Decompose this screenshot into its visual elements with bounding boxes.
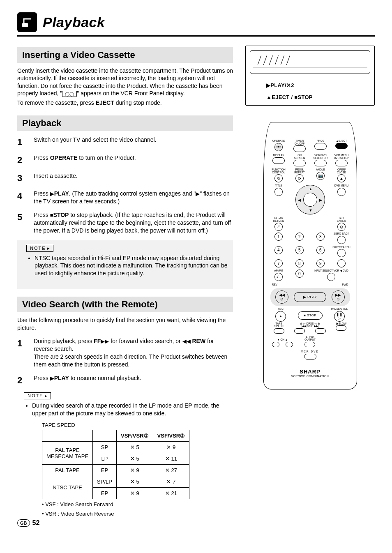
note-label: NOTE bbox=[26, 245, 53, 252]
legend-vsr: VSR : Video Search Reverse bbox=[42, 510, 233, 518]
clear-return-label: CLEAR RETURN bbox=[270, 217, 288, 222]
tape-speed-table: VSF/VSR① VSF/VSR② PAL TAPE MESECAM TAPE … bbox=[42, 430, 189, 499]
video-search-steps: 1 During playback, press FF▶▶ for forwar… bbox=[17, 337, 233, 386]
slow-button bbox=[336, 325, 346, 331]
table-header: VSF/VSR① bbox=[116, 430, 153, 442]
zero-back-button bbox=[337, 236, 346, 244]
remove-cassette-paragraph: To remove the cassette, press EJECT duri… bbox=[17, 99, 233, 106]
selector-label: VCR/DVD SELECTOR bbox=[311, 154, 330, 159]
dpad: ▲ ▼ ◀ ▶ bbox=[295, 185, 325, 214]
prog-button bbox=[314, 143, 327, 150]
rev-button: ◀◀⊙ bbox=[275, 290, 288, 304]
note-label: NOTE bbox=[24, 392, 51, 399]
zero-back-label: ZERO BACK bbox=[332, 233, 351, 235]
cassette-icon: ◯◯ bbox=[62, 91, 77, 97]
rev-label: REV bbox=[272, 283, 277, 286]
step-text: Insert a cassette. bbox=[34, 172, 233, 184]
onscreen-button bbox=[293, 160, 306, 166]
table-cell: LP bbox=[93, 453, 117, 465]
table-cell: PAL TAPE bbox=[42, 465, 93, 476]
dvdmenu-label: DVD MENU bbox=[332, 184, 351, 187]
table-cell: ✕ 5 bbox=[116, 476, 153, 488]
selector-button bbox=[314, 160, 327, 166]
pause-button: ❚❚ ▷ bbox=[334, 311, 345, 322]
step-text: Press ■STOP to stop playback. (If the ta… bbox=[34, 211, 233, 235]
remote-control-diagram: OPERATE••• TIMER ON/OFF PROG ▲EJECT DISP… bbox=[263, 122, 357, 389]
table-title: TAPE SPEED bbox=[42, 422, 233, 428]
title-button bbox=[274, 188, 283, 196]
fwd-label: FWD bbox=[342, 283, 348, 286]
onscreen-label: ON SCREEN bbox=[291, 154, 309, 159]
menu-setup-button bbox=[335, 160, 348, 166]
text: " appears on the VCR Front Panel display… bbox=[77, 90, 184, 97]
table-cell: ✕ 9 bbox=[116, 465, 153, 476]
region-badge: GB bbox=[17, 519, 30, 527]
up-arrow-icon: ▲ bbox=[309, 187, 313, 191]
table-cell: ✕ 9 bbox=[153, 442, 189, 453]
angle-label: ANGLE bbox=[311, 168, 330, 171]
inserting-cassette-paragraph: Gently insert the video cassette into th… bbox=[17, 67, 233, 97]
left-column: Inserting a Video Cassette Gently insert… bbox=[17, 46, 233, 518]
vcr-dvd-switch bbox=[304, 354, 316, 359]
rec-button: ● bbox=[275, 311, 286, 322]
page-number: 52 bbox=[32, 519, 40, 527]
set-enter-label: SET ENTER bbox=[332, 217, 351, 222]
digit-4-button: 4 bbox=[274, 246, 283, 254]
step-text: Press ▶PLAY. (The auto tracking control … bbox=[34, 190, 233, 205]
digit-1-button: 1 bbox=[274, 233, 283, 241]
step-number: 3 bbox=[17, 172, 30, 184]
title-label: TITLE bbox=[270, 184, 288, 187]
svg-point-2 bbox=[25, 24, 27, 25]
note-bullet: During video search of a tape recorded i… bbox=[32, 402, 231, 417]
section-video-search-title: Video Search (with the Remote) bbox=[17, 297, 233, 312]
playback-section-icon bbox=[17, 12, 37, 32]
table-cell: SP bbox=[93, 442, 117, 453]
timer-button bbox=[293, 145, 306, 152]
skip-search-label: SKIP SEARCH bbox=[332, 246, 351, 249]
table-header bbox=[93, 430, 117, 442]
stop-button: ■STOP bbox=[298, 311, 323, 320]
table-cell: ✕ 5 bbox=[116, 442, 153, 453]
func-label: FUNCTION CONTROL bbox=[270, 168, 288, 174]
brand-sub-label: VCR/DVD COMBINATION bbox=[270, 375, 351, 378]
step-text: Switch on your TV and select the video c… bbox=[34, 136, 233, 148]
eject-button bbox=[335, 143, 348, 149]
vcr-shell-icon bbox=[250, 50, 370, 74]
step-number: 1 bbox=[17, 337, 30, 369]
step-number: 2 bbox=[17, 154, 30, 166]
openclose-button: ▲ bbox=[337, 174, 346, 182]
text: during stop mode. bbox=[114, 99, 162, 106]
set-enter-button: ⊙ bbox=[337, 223, 346, 231]
table-cell: EP bbox=[93, 488, 117, 499]
skip-search-button bbox=[337, 249, 346, 257]
digit-3-button: 3 bbox=[316, 233, 325, 241]
digit-0-button: 0 bbox=[295, 270, 304, 278]
page-title: Playback bbox=[43, 14, 105, 30]
table-cell: ✕ 21 bbox=[153, 488, 189, 499]
eject-icon: ▲ bbox=[266, 94, 272, 100]
angle-button: 📷 bbox=[316, 172, 325, 180]
video-search-intro: Use the following procedure to quickly f… bbox=[17, 316, 233, 332]
right-arrow-icon: ▶ bbox=[319, 198, 322, 202]
digit-6-button: 6 bbox=[316, 246, 325, 254]
ch-up-button bbox=[286, 342, 293, 347]
tape-speed-label: TAPE SPEED bbox=[270, 323, 289, 328]
operate-label: OPERATE bbox=[270, 140, 288, 143]
ch-label: ▼ CH ▲ bbox=[270, 339, 295, 341]
table-cell: NTSC TAPE bbox=[42, 476, 93, 499]
table-cell: ✕ 5 bbox=[116, 453, 153, 465]
down-arrow-icon: ▼ bbox=[309, 208, 313, 212]
skip-back-button bbox=[294, 328, 305, 334]
table-cell: PAL TAPE MESECAM TAPE bbox=[42, 442, 93, 465]
dpss-skip-label: ⊖ ⊳ DPSS ⊲ ⊕ |◀◀ SKIP ▶▶| bbox=[290, 323, 330, 328]
page-header: Playback bbox=[17, 12, 375, 37]
play-icon: ▶ bbox=[50, 375, 54, 381]
fwd-button: ▶▶⊙ bbox=[332, 290, 345, 304]
digit-2-button: 2 bbox=[295, 233, 304, 241]
step-text: Press ▶PLAY to resume normal playback. bbox=[34, 374, 233, 387]
dvdmenu-button bbox=[337, 188, 346, 196]
table-header: VSF/VSR② bbox=[153, 430, 189, 442]
display-label: DISPLAY bbox=[270, 154, 288, 157]
menu-setup-label: VCR MENU DVD SETUP bbox=[332, 154, 351, 159]
left-arrow-icon: ◀ bbox=[298, 198, 301, 202]
